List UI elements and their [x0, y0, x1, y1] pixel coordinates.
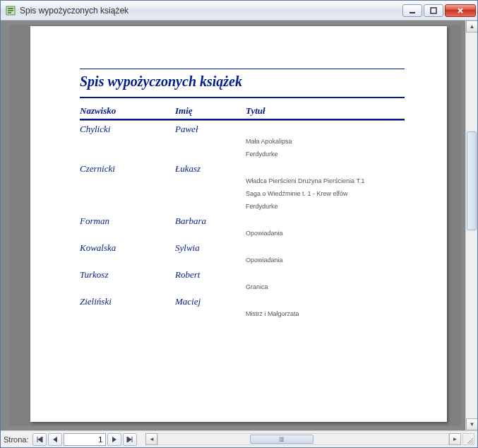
report-title: Spis wypożyczonych książek — [80, 69, 405, 98]
scroll-up-icon[interactable]: ▲ — [466, 20, 478, 33]
minimize-button[interactable] — [402, 4, 422, 17]
book-title: Opowiadania — [80, 227, 405, 240]
svg-rect-5 — [431, 8, 436, 13]
borrower-name: Barbara — [175, 216, 246, 227]
svg-rect-2 — [8, 10, 13, 11]
scroll-right-icon[interactable]: ► — [449, 433, 461, 445]
borrower-name: Robert — [175, 269, 246, 281]
next-page-button[interactable] — [107, 433, 121, 446]
window-buttons — [402, 4, 476, 17]
borrower-name: Paweł — [175, 124, 246, 135]
maximize-button[interactable] — [424, 4, 443, 17]
borrower-name: Sylwia — [175, 242, 246, 254]
page-label: Strona: — [4, 435, 28, 444]
borrower-surname: Kowalska — [80, 242, 175, 254]
book-title: Ferdydurke — [80, 200, 405, 213]
borrower-surname: Chylicki — [80, 124, 175, 135]
borrower-row: ZielińskiMaciej — [80, 293, 405, 307]
borrower-name: Łukasz — [175, 163, 246, 175]
borrower-row: ChylickiPaweł — [80, 120, 405, 135]
first-page-button[interactable] — [32, 433, 47, 446]
svg-rect-1 — [8, 8, 13, 9]
column-headers: Nazwisko Imię Tytuł — [80, 105, 405, 120]
horizontal-scrollbar[interactable]: ◄ ▥ ► — [145, 433, 461, 445]
borrower-surname: Czernicki — [80, 163, 175, 175]
borrower-row: TurkoszRobert — [80, 266, 405, 281]
book-title: Mistrz i Małgorzata — [80, 307, 405, 320]
svg-rect-3 — [8, 12, 11, 13]
borrower-surname: Forman — [80, 216, 175, 227]
borrower-name: Maciej — [175, 296, 246, 307]
book-title: Saga o Wiedźminie t. 1 - Krew elfów — [80, 187, 405, 200]
vscroll-thumb[interactable] — [467, 131, 477, 230]
scroll-left-icon[interactable]: ◄ — [145, 433, 157, 445]
hscroll-track[interactable]: ▥ — [157, 433, 449, 445]
book-title: Opowiadania — [80, 254, 405, 266]
resize-grip-icon[interactable] — [462, 433, 474, 445]
borrower-row: CzernickiŁukasz — [80, 160, 405, 175]
window-title: Spis wypożyczonych książek — [20, 6, 402, 16]
book-title: Ferdydurke — [80, 148, 405, 160]
report-body: ChylickiPawełMała ApokalipsaFerdydurkeCz… — [80, 120, 405, 320]
borrower-surname: Turkosz — [80, 269, 175, 281]
hscroll-thumb[interactable]: ▥ — [250, 435, 313, 444]
window-titlebar: Spis wypożyczonych książek — [1, 1, 477, 20]
prev-page-button[interactable] — [48, 433, 62, 446]
scroll-down-icon[interactable]: ▼ — [466, 418, 478, 430]
svg-rect-4 — [410, 12, 415, 13]
header-title: Tytuł — [246, 105, 405, 117]
close-button[interactable] — [445, 4, 476, 17]
borrower-row: KowalskaSylwia — [80, 240, 405, 254]
document-viewport: Spis wypożyczonych książek Nazwisko Imię… — [1, 20, 465, 430]
borrower-surname: Zieliński — [80, 296, 175, 307]
header-name: Imię — [175, 105, 246, 117]
last-page-button[interactable] — [123, 433, 137, 446]
header-surname: Nazwisko — [80, 105, 175, 117]
status-bar: Strona: ◄ ▥ ► — [1, 430, 477, 447]
app-icon — [5, 5, 16, 16]
book-title: Mała Apokalipsa — [80, 135, 405, 148]
borrower-row: FormanBarbara — [80, 213, 405, 227]
book-title: Granica — [80, 281, 405, 293]
book-title: Władca Pierścieni Drużyna Pierścienia T.… — [80, 175, 405, 187]
client-area: Spis wypożyczonych książek Nazwisko Imię… — [1, 20, 477, 430]
report-page: Spis wypożyczonych książek Nazwisko Imię… — [30, 26, 447, 422]
vscroll-track[interactable] — [466, 33, 477, 418]
vertical-scrollbar[interactable]: ▲ ▼ — [465, 20, 477, 430]
page-number-input[interactable] — [64, 433, 106, 446]
